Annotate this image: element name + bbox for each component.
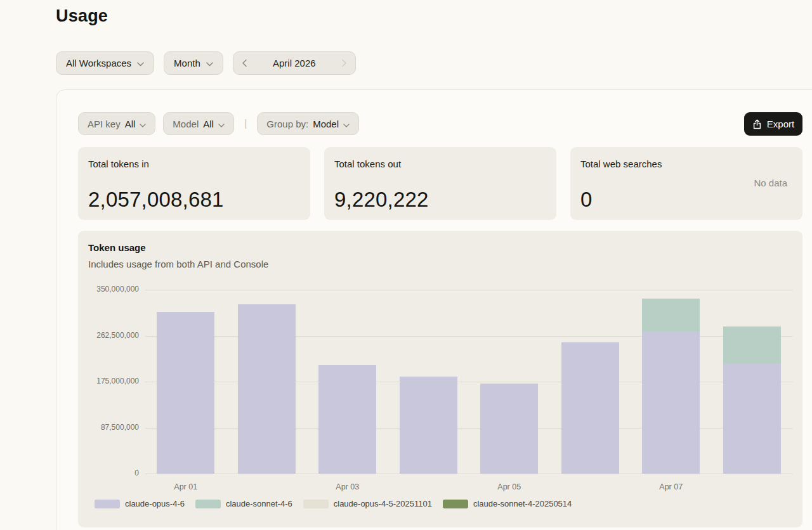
chevron-down-icon [343, 119, 350, 129]
x-axis-tick-label: Apr 07 [642, 482, 700, 491]
model-filter-button[interactable]: Model All [163, 112, 234, 135]
y-axis-tick-label: 350,000,000 [78, 285, 139, 294]
export-icon [752, 119, 762, 129]
toolbar: All Workspaces Month April 2026 [56, 51, 356, 75]
page-title: Usage [56, 6, 108, 26]
group-by-label: Group by: [266, 119, 308, 129]
legend-item: claude-sonnet-4-6 [195, 499, 292, 508]
period-filter-button[interactable]: Month [164, 51, 223, 75]
date-label: April 2026 [273, 58, 316, 68]
legend-item: claude-opus-4-5-20251101 [303, 499, 432, 508]
legend-swatch [443, 500, 468, 508]
y-axis-tick-label: 0 [78, 469, 139, 477]
stat-label: Total tokens out [334, 158, 546, 169]
stat-card-tokens-in: Total tokens in 2,057,008,681 [78, 147, 310, 220]
bar-segment[interactable] [238, 304, 296, 474]
no-data-note: No data [754, 178, 787, 188]
chart-legend: claude-opus-4-6claude-sonnet-4-6claude-o… [95, 499, 572, 508]
stat-card-tokens-out: Total tokens out 9,220,222 [324, 147, 556, 220]
legend-swatch [95, 500, 120, 508]
group-by-value: Model [313, 119, 339, 129]
bar-segment[interactable] [723, 363, 781, 474]
bar-segment[interactable] [157, 312, 214, 474]
period-filter-label: Month [174, 58, 200, 68]
api-key-filter-button[interactable]: API key All [78, 112, 155, 135]
usage-panel: API key All Model All | Group by: Model [56, 89, 812, 530]
export-button[interactable]: Export [744, 112, 802, 136]
bar-chart: 087,500,000175,000,000262,500,000350,000… [78, 231, 802, 527]
bar-segment[interactable] [723, 326, 781, 363]
workspace-filter-button[interactable]: All Workspaces [56, 51, 154, 75]
legend-label: claude-opus-4-5-20251101 [334, 499, 432, 508]
legend-item: claude-opus-4-6 [95, 499, 185, 508]
group-by-filter-button[interactable]: Group by: Model [257, 112, 359, 135]
model-filter-value: All [203, 119, 214, 129]
legend-item: claude-sonnet-4-20250514 [443, 499, 572, 508]
y-axis-tick-label: 175,000,000 [78, 377, 139, 385]
legend-swatch [303, 500, 329, 508]
bar-segment[interactable] [318, 365, 376, 474]
gridline [145, 474, 792, 474]
x-axis-tick-label: Apr 05 [480, 482, 538, 491]
chevron-down-icon [206, 58, 213, 68]
stat-value: 0 [580, 188, 593, 212]
legend-label: claude-opus-4-6 [125, 499, 185, 508]
bar-segment[interactable] [642, 299, 700, 332]
token-usage-chart-panel: Token usage Includes usage from both API… [78, 231, 802, 527]
chevron-down-icon [137, 58, 144, 68]
chevron-down-icon [140, 119, 146, 129]
bar-segment[interactable] [400, 377, 457, 474]
chart-filter-row: API key All Model All | Group by: Model [78, 112, 359, 135]
x-axis-tick-label: Apr 03 [318, 482, 376, 491]
stat-label: Total tokens in [88, 158, 300, 169]
bar-segment[interactable] [561, 342, 619, 474]
next-month-button[interactable] [341, 59, 347, 67]
filter-separator: | [244, 117, 247, 130]
stat-value: 9,220,222 [334, 188, 429, 212]
stat-value: 2,057,008,681 [88, 188, 224, 212]
api-key-filter-label: API key [88, 119, 121, 129]
legend-label: claude-sonnet-4-20250514 [473, 499, 572, 508]
api-key-filter-value: All [125, 119, 136, 129]
bar-segment[interactable] [642, 332, 700, 474]
legend-label: claude-sonnet-4-6 [226, 499, 292, 508]
x-axis-tick-label: Apr 01 [157, 482, 214, 491]
stat-label: Total web searches [580, 158, 792, 169]
stat-card-web-searches: Total web searches 0 No data [570, 147, 802, 220]
workspace-filter-label: All Workspaces [66, 58, 131, 68]
model-filter-label: Model [173, 119, 199, 129]
export-button-label: Export [767, 119, 794, 129]
date-navigator: April 2026 [233, 51, 356, 75]
y-axis-tick-label: 87,500,000 [78, 423, 139, 432]
legend-swatch [195, 500, 221, 508]
gridline [145, 290, 792, 290]
stats-row: Total tokens in 2,057,008,681 Total toke… [78, 147, 802, 220]
chevron-down-icon [218, 119, 225, 129]
previous-month-button[interactable] [242, 59, 247, 67]
usage-page: Usage All Workspaces Month April 2026 [0, 0, 812, 530]
bar-segment[interactable] [480, 384, 538, 474]
y-axis-tick-label: 262,500,000 [78, 331, 139, 340]
